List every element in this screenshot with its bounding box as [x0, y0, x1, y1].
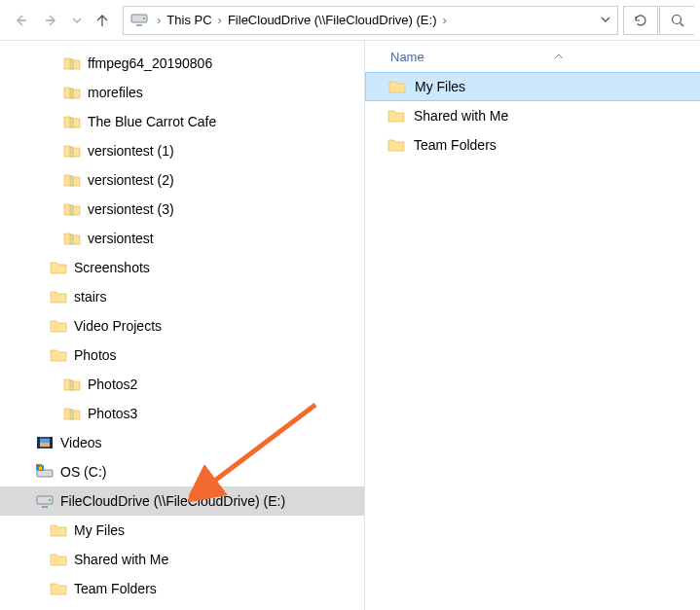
folder-icon: [49, 258, 68, 277]
refresh-button[interactable]: [623, 6, 658, 35]
drive-os-icon: [35, 462, 55, 482]
tree-item[interactable]: Photos2: [0, 370, 364, 399]
tree-item[interactable]: Screenshots: [0, 253, 364, 282]
zip-icon: [62, 83, 82, 102]
up-button[interactable]: [88, 6, 117, 35]
toolbar: › This PC › FileCloudDrive (\\FileCloudD…: [0, 0, 700, 41]
tree-item-label: FileCloudDrive (\\FileCloudDrive) (E:): [60, 493, 285, 509]
tree-item-label: versiontest (2): [88, 172, 174, 188]
tree-item[interactable]: FileCloudDrive (\\FileCloudDrive) (E:): [0, 486, 364, 516]
recent-dropdown[interactable]: [68, 6, 86, 35]
tree-item-label: Photos3: [88, 406, 137, 421]
tree-item[interactable]: My Files: [0, 516, 364, 545]
breadcrumb-item[interactable]: FileCloudDrive (\\FileCloudDrive) (E:): [226, 13, 439, 27]
search-button[interactable]: [659, 6, 694, 35]
folder-icon: [49, 316, 68, 336]
arrow-up-icon: [94, 13, 110, 28]
chevron-down-icon: [601, 15, 610, 24]
address-bar[interactable]: › This PC › FileCloudDrive (\\FileCloudD…: [123, 6, 618, 35]
chevron-down-icon: [72, 16, 82, 25]
svg-point-1: [143, 18, 145, 19]
chevron-right-icon: ›: [214, 13, 226, 27]
column-header-name[interactable]: Name: [365, 41, 700, 72]
drive-net-icon: [35, 491, 55, 511]
chevron-right-icon: ›: [153, 13, 165, 27]
tree-item[interactable]: versiontest: [0, 224, 364, 253]
tree-item[interactable]: The Blue Carrot Cafe: [0, 107, 364, 136]
svg-rect-28: [36, 464, 39, 467]
chevron-right-icon: ›: [438, 13, 450, 27]
address-dropdown[interactable]: [594, 13, 617, 27]
file-name: Team Folders: [414, 137, 497, 153]
tree-item[interactable]: Photos: [0, 341, 364, 370]
folder-icon: [387, 106, 406, 126]
file-row[interactable]: Shared with Me: [365, 101, 700, 130]
svg-point-16: [71, 237, 73, 239]
svg-rect-23: [50, 437, 53, 449]
tree-item[interactable]: Photos3: [0, 399, 364, 428]
tree-item[interactable]: Shared with Me: [0, 545, 364, 574]
svg-rect-26: [37, 470, 53, 477]
tree-item-label: Photos2: [88, 377, 137, 392]
file-row[interactable]: Team Folders: [365, 130, 700, 160]
zip-icon: [62, 112, 82, 131]
folder-icon: [49, 287, 68, 306]
file-row[interactable]: My Files: [365, 72, 700, 101]
tree-item-label: Screenshots: [74, 260, 150, 275]
back-button[interactable]: [6, 6, 35, 35]
tree-item-label: Photos: [74, 347, 117, 363]
tree-item-label: Videos: [60, 435, 102, 450]
breadcrumb: This PC › FileCloudDrive (\\FileCloudDri…: [165, 13, 594, 27]
svg-point-10: [71, 150, 73, 152]
pane-divider[interactable]: [364, 41, 365, 610]
tree-item[interactable]: versiontest (2): [0, 165, 364, 195]
tree-item-label: morefiles: [88, 85, 143, 100]
svg-rect-22: [37, 437, 40, 449]
tree-item-label: versiontest: [88, 231, 154, 246]
tree-item[interactable]: Videos: [0, 428, 364, 457]
tree-item[interactable]: morefiles: [0, 78, 364, 107]
svg-point-20: [71, 413, 73, 414]
svg-rect-25: [40, 443, 50, 447]
tree-item[interactable]: OS (C:): [0, 457, 364, 486]
zip-icon: [62, 170, 82, 190]
svg-point-2: [672, 15, 681, 23]
forward-button[interactable]: [37, 6, 66, 35]
tree-item-label: My Files: [74, 522, 125, 538]
folder-icon: [49, 520, 68, 540]
svg-rect-30: [36, 467, 39, 470]
tree-item[interactable]: versiontest (3): [0, 195, 364, 224]
tree-item[interactable]: stairs: [0, 282, 364, 311]
zip-icon: [62, 229, 82, 248]
arrow-right-icon: [44, 13, 59, 28]
zip-icon: [62, 375, 82, 394]
svg-point-12: [71, 179, 73, 181]
tree-item[interactable]: Team Folders: [0, 574, 364, 603]
tree-item-label: The Blue Carrot Cafe: [88, 114, 216, 129]
svg-point-14: [71, 208, 73, 210]
tree-item[interactable]: versiontest (1): [0, 136, 364, 165]
file-name: My Files: [415, 79, 465, 94]
svg-rect-24: [40, 439, 50, 443]
svg-rect-31: [39, 467, 42, 470]
breadcrumb-item[interactable]: This PC: [165, 13, 213, 27]
folder-icon: [49, 345, 68, 365]
tree-item-label: Team Folders: [74, 581, 157, 596]
folder-icon: [49, 579, 68, 598]
refresh-icon: [633, 13, 648, 28]
tree-item[interactable]: ffmpeg64_20190806: [0, 49, 364, 78]
svg-point-4: [71, 62, 73, 64]
column-label: Name: [390, 50, 424, 64]
zip-icon: [62, 404, 82, 423]
svg-point-6: [71, 91, 73, 93]
tree-item-label: stairs: [74, 289, 106, 305]
search-icon: [670, 13, 685, 28]
folder-icon: [387, 135, 406, 155]
drive-net-icon: [129, 11, 149, 30]
videos-icon: [35, 433, 55, 452]
file-name: Shared with Me: [414, 108, 508, 124]
navigation-tree[interactable]: ffmpeg64_20190806morefilesThe Blue Carro…: [0, 41, 364, 610]
sort-indicator-icon: [554, 49, 564, 63]
tree-item[interactable]: Video Projects: [0, 311, 364, 341]
svg-point-18: [71, 383, 73, 385]
